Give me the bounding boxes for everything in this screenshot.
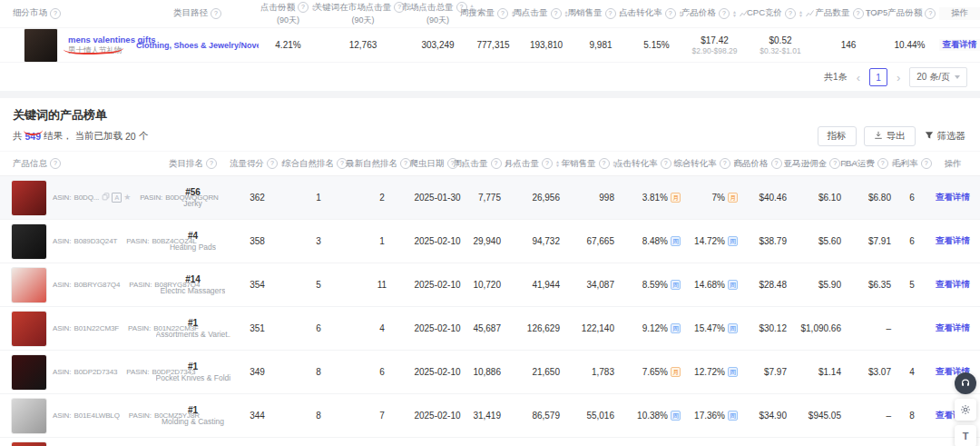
help-icon[interactable]: ?: [720, 158, 730, 169]
help-icon[interactable]: ?: [877, 158, 888, 169]
prev-page-icon[interactable]: ‹: [857, 72, 860, 84]
help-icon[interactable]: ?: [50, 158, 61, 169]
favorite-star-icon[interactable]: ★: [123, 193, 131, 202]
rank-category: Molding & Casting: [162, 417, 224, 426]
price-cell: $40.46: [740, 193, 794, 203]
price-cell: $30.12: [740, 323, 794, 333]
help-icon[interactable]: ?: [665, 8, 676, 19]
help-icon[interactable]: ?: [605, 8, 616, 19]
click-conversion-value: 7.65%: [642, 367, 668, 377]
help-icon[interactable]: ?: [661, 158, 671, 169]
asin-label: ASIN:: [53, 324, 71, 332]
weekly-search-volume-cell: 777,315: [467, 40, 519, 50]
help-icon[interactable]: ?: [785, 8, 796, 19]
category-path-link[interactable]: Clothing, Shoes & Jewelry/Novelty & ...: [136, 41, 259, 50]
column-header-label: 产品信息: [13, 158, 47, 170]
cpc-value: $0.52: [769, 35, 791, 45]
text-tool-icon[interactable]: T: [955, 425, 976, 446]
help-icon[interactable]: ?: [719, 8, 730, 19]
help-icon[interactable]: ?: [771, 158, 782, 169]
click-conversion-cell: 8.48% 周: [622, 236, 682, 246]
sort-icon[interactable]: ▲▼: [732, 10, 737, 17]
trend-icon[interactable]: [806, 10, 814, 17]
copy-icon[interactable]: [102, 193, 110, 203]
column-header-label: 操作: [951, 7, 968, 19]
filter-button[interactable]: 筛选器: [923, 126, 968, 146]
amazon-commission-cell: $945.05: [794, 411, 848, 421]
page-number[interactable]: 1: [869, 68, 887, 86]
help-icon[interactable]: ?: [925, 8, 936, 19]
result-count-number[interactable]: 549: [25, 131, 42, 142]
help-icon[interactable]: ?: [829, 158, 840, 169]
product-thumbnail[interactable]: [11, 180, 47, 216]
column-header: 周点击量 ? ▲▼: [465, 158, 508, 170]
rank-number: #4: [188, 231, 198, 241]
pagination-total: 共1条: [824, 71, 848, 84]
help-icon[interactable]: ?: [298, 2, 309, 13]
amazon-commission-cell: $5.60: [794, 236, 848, 246]
click-conversion-value: 10.38%: [637, 411, 668, 421]
column-header-label: 亚马逊佣金: [784, 158, 828, 170]
column-header-label: 爬虫日期: [410, 158, 445, 170]
column-header-label: 操作: [945, 158, 962, 170]
weekly-clicks-cell: 10,886: [465, 367, 508, 377]
view-details-link[interactable]: 查看详情: [936, 235, 970, 247]
view-details-link[interactable]: 查看详情: [936, 192, 970, 203]
sort-icon[interactable]: ▲▼: [555, 160, 560, 167]
help-icon[interactable]: ?: [206, 158, 217, 169]
column-header: FBA运费 ? ▲▼: [848, 158, 898, 170]
category-rank-cell: #56 Jerky: [154, 187, 231, 208]
column-header: 周搜索量 ? ▲▼: [467, 7, 519, 20]
export-button-label: 导出: [887, 130, 906, 143]
product-thumbnail[interactable]: [11, 441, 47, 446]
column-header: 点击转化率 ? ▲▼: [628, 7, 685, 20]
pasin-label: PASIN:: [126, 237, 149, 245]
help-icon[interactable]: ?: [211, 8, 221, 19]
sort-icon[interactable]: ▲▼: [799, 10, 803, 17]
rank-category: Pocket Knives & Foldi...: [156, 373, 230, 382]
help-icon[interactable]: ?: [267, 158, 278, 169]
view-details-link[interactable]: 查看详情: [943, 39, 977, 51]
column-header: 月点击量 ? ▲▼: [508, 158, 567, 170]
click-conversion-value: 3.81%: [642, 193, 668, 203]
product-thumbnail[interactable]: [11, 267, 47, 303]
view-details-link[interactable]: 查看详情: [936, 322, 970, 334]
column-header-label: 最新自然排名: [346, 158, 397, 170]
pagination: 共1条 ‹ 1 › 20 条/页: [0, 62, 980, 92]
keyword-product-thumbnail[interactable]: [24, 28, 58, 63]
keyword-products-card: 关键词的产品榜单 共 549 结果， 当前已加载 20 个 指标 导出 筛选器 …: [0, 98, 980, 446]
help-icon[interactable]: ?: [491, 158, 502, 169]
column-header-label: CPC竞价: [747, 7, 782, 19]
rank-category: Electric Massagers: [161, 286, 226, 295]
metrics-button[interactable]: 指标: [818, 126, 857, 146]
help-icon[interactable]: ?: [50, 8, 61, 19]
weekly-clicks-cell: 45,687: [465, 323, 508, 333]
next-page-icon[interactable]: ›: [897, 72, 900, 84]
keyword-market-card: 细分市场 ? 类目路径 ? 点击份额: [0, 0, 980, 91]
category-rank-cell: #14 Electric Massagers: [154, 274, 231, 295]
help-icon[interactable]: ?: [551, 8, 562, 19]
help-icon[interactable]: ?: [542, 158, 553, 169]
action-cell: 查看详情: [926, 279, 980, 291]
view-details-link[interactable]: 查看详情: [936, 279, 970, 291]
column-header-label: 商品价格: [734, 158, 769, 170]
help-icon[interactable]: ?: [853, 8, 864, 19]
column-header: 市场点击总量 ? ▲▼ (90天): [408, 2, 467, 26]
product-thumbnail[interactable]: [11, 311, 47, 347]
data-period-badge: 周: [728, 411, 738, 421]
product-thumbnail[interactable]: [11, 223, 47, 260]
latest-organic-rank-cell: 1: [354, 236, 410, 246]
help-icon[interactable]: ?: [599, 158, 610, 169]
product-thumbnail[interactable]: [11, 354, 47, 391]
page-size-select[interactable]: 20 条/页: [909, 67, 967, 87]
support-chat-icon[interactable]: [955, 372, 976, 394]
settings-gear-icon[interactable]: [955, 399, 976, 421]
rank-number: #1: [188, 405, 198, 415]
export-button[interactable]: 导出: [864, 126, 916, 146]
overall-conversion-value: 14.68%: [694, 280, 725, 290]
translate-icon[interactable]: A: [112, 193, 122, 203]
product-thumbnail[interactable]: [11, 398, 47, 434]
help-icon[interactable]: ?: [497, 8, 508, 19]
column-header-label: 类目排名: [169, 158, 203, 170]
category-rank-cell: #1 Assortments & Variet...: [154, 318, 231, 339]
